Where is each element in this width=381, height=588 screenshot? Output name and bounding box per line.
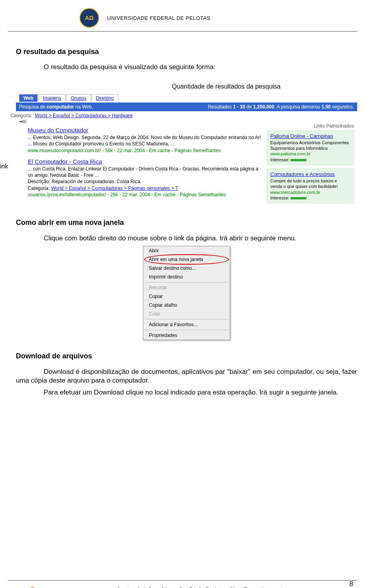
tab-images[interactable]: Imagens <box>38 94 65 102</box>
section3-para1: Download é disponibilização de documento… <box>16 368 357 385</box>
page-number: 8 <box>350 580 353 588</box>
bar-tp: . A pesquisa demorou <box>274 104 321 110</box>
ctx-save-target[interactable]: Salvar destino como... <box>143 264 230 273</box>
footer-logo-icon <box>24 584 41 588</box>
ctx-separator <box>145 319 228 319</box>
category-link[interactable]: World > Español > Computadoras > Hardwar… <box>35 113 133 118</box>
university-logo: AΩ <box>79 8 99 28</box>
result-meta: usuarios.lycos.es/tallerelcomputador/ - … <box>28 191 262 198</box>
ctx-separator <box>145 330 228 330</box>
ctx-open-new-window[interactable]: Abrir em uma nova janela <box>143 255 230 264</box>
tab-directory[interactable]: Diretório <box>92 94 118 102</box>
footer-text: Centro de Informática - Seção de Projeto… <box>41 586 357 588</box>
bar-time: 1.50 <box>321 104 331 110</box>
r2-catlink[interactable]: World > Español > Computadoras > Páginas… <box>51 186 178 191</box>
result-extra-desc: Descrição: Reparación de computadoras. C… <box>28 178 262 185</box>
sponsor-box-2: Computadores e Acessórios Compre de tudo… <box>267 168 354 203</box>
result-title-link[interactable]: Museu do Computador <box>28 127 89 133</box>
context-menu-screenshot: Abrir Abrir em uma nova janela Salvar de… <box>143 246 230 340</box>
interest-bar-icon <box>291 197 306 199</box>
interest-bar-icon <box>291 159 306 161</box>
result-extra-cat: Categoria: World > Español > Computadora… <box>28 185 262 191</box>
university-name: UNIVERSIDADE FEDERAL DE PELOTAS <box>107 15 210 21</box>
serp-tabs: Web Imagens Grupos Diretório <box>16 93 357 103</box>
footer-rule <box>8 580 357 581</box>
result-description: ... Eventos. Web Design. Segunda, 22 de … <box>28 134 262 147</box>
bar-range: 1 - 10 <box>233 104 245 110</box>
search-result-1: Museu do Computador ... Eventos. Web Des… <box>28 126 262 154</box>
sponsored-column: Links Patrocinados Palloma Online - Camp… <box>267 123 354 207</box>
r2-catlabel: Categoria: <box>28 186 50 191</box>
serp-count-text: Resultados 1 - 10 de 1,200,000. A pesqui… <box>208 104 354 110</box>
serp-summary-bar: Pesquisa de computador na Web. Resultado… <box>16 103 357 111</box>
side-label-link: ink <box>0 163 8 170</box>
sponsor-title-link[interactable]: Computadores e Acessórios <box>270 171 335 177</box>
sponsor-line: venda o que quiser com facilidade! <box>270 184 350 189</box>
sponsor-line: Suprimentos para Informática <box>270 145 350 151</box>
ctx-open[interactable]: Abrir <box>143 246 230 255</box>
tab-web[interactable]: Web <box>19 94 38 102</box>
search-result-2: El Computador - Costa Rica ... con Costa… <box>28 158 262 198</box>
section2-para: Clique com botão direito do mouse sobre … <box>16 234 357 243</box>
bar-total: 1,200,000 <box>253 104 274 110</box>
sponsor-title-link[interactable]: Palloma Online - Campinas <box>270 133 333 139</box>
result-meta: www.museudocomputador.com.br/ - 56k - 22… <box>28 147 262 154</box>
tab-groups[interactable]: Grupos <box>66 94 90 102</box>
page-footer: 8 Centro de Informática - Seção de Proje… <box>0 580 357 588</box>
sponsor-line: Compre de tudo a preços baixos e <box>270 178 350 184</box>
callout-quantity: Quantidade de resultados da pesquisa <box>95 83 357 90</box>
bar-query-term: computador <box>46 104 74 110</box>
logo-text: AΩ <box>85 15 93 21</box>
svg-point-0 <box>30 587 35 588</box>
section-intro: O resultado da pesquisa é visualizado da… <box>44 63 357 71</box>
bar-r1: Resultados <box>208 104 233 110</box>
sponsor-interest: Interesse: <box>270 157 350 162</box>
bar-ts: segundos. <box>331 104 354 110</box>
footer-line1: Centro de Informática - Seção de Projeto… <box>41 586 357 588</box>
section-heading-new-window: Como abrir em uma nova janela <box>16 219 357 227</box>
section3-para2: Para efetuar um Download clique no local… <box>16 388 357 397</box>
bar-of: de <box>245 104 253 110</box>
sponsored-heading: Links Patrocinados <box>267 123 354 129</box>
sponsor-url: www.mercadolivre.com.br <box>270 190 350 195</box>
serp-query-text: Pesquisa de computador na Web. <box>19 104 93 110</box>
bar-left-prefix: Pesquisa de <box>19 104 46 110</box>
ctx-copy-shortcut[interactable]: Copiar atalho <box>143 301 230 309</box>
result-description: ... con Costa Rica. Enlazar-Linkear El C… <box>28 166 262 178</box>
sponsor-box-1: Palloma Online - Campinas Equipamentos A… <box>267 130 354 165</box>
result-title-link[interactable]: El Computador - Costa Rica <box>28 158 102 165</box>
ctx-copy[interactable]: Copiar <box>143 292 230 301</box>
ctx-separator <box>145 282 228 282</box>
arrow-icon <box>19 119 27 124</box>
section-heading-download: Download de arquivos <box>16 352 357 360</box>
sponsor-interest: Interesse: <box>270 195 350 201</box>
sponsor-interest-label: Interesse: <box>270 195 289 200</box>
bar-left-suffix: na Web. <box>74 104 93 110</box>
sponsor-url: www.palloma.com.br <box>270 151 350 157</box>
sponsor-line: Equipamentos Acessórios Componentes <box>270 140 350 145</box>
ctx-paste: Colar <box>143 309 230 318</box>
ctx-print-target[interactable]: Imprimir destino <box>143 273 230 281</box>
cat-label: Categoria: <box>10 113 32 118</box>
page-header: AΩ UNIVERSIDADE FEDERAL DE PELOTAS <box>0 0 357 31</box>
ctx-properties[interactable]: Propriedades <box>143 331 230 340</box>
serp-category: Categoria: World > Español > Computadora… <box>7 113 357 118</box>
sponsor-interest-label: Interesse: <box>270 157 289 162</box>
ctx-cut: Recortar <box>143 283 230 292</box>
serp-results-column: Museu do Computador ... Eventos. Web Des… <box>28 123 262 207</box>
ctx-add-favorites[interactable]: Adicionar a Favoritos... <box>143 320 230 329</box>
section-heading-result: O resultado da pesquisa <box>16 48 357 56</box>
search-results-screenshot: Web Imagens Grupos Diretório Pesquisa de… <box>16 93 357 211</box>
